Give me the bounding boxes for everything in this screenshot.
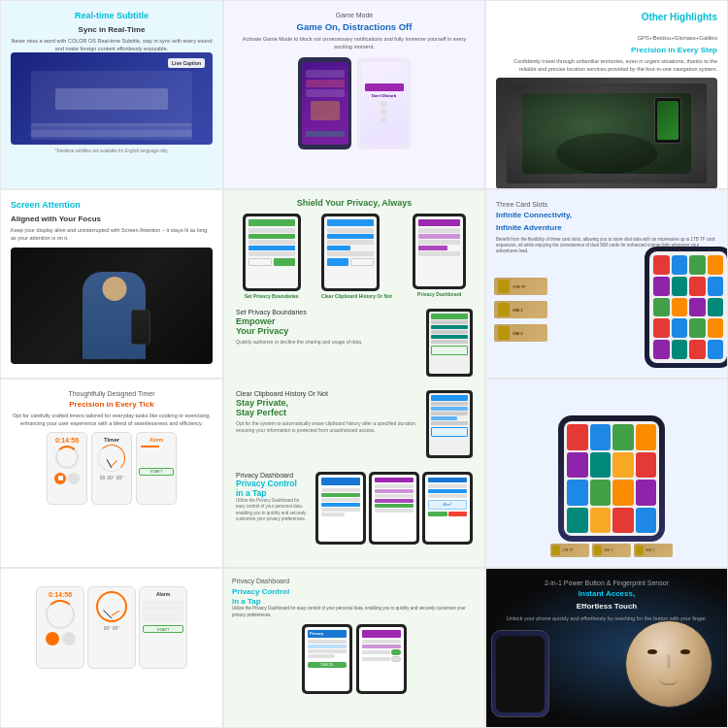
power-button-desc: Unlock your phone quickly and effortless…	[496, 615, 717, 623]
ic-phone-wrapper: 1TB TF SIM 1 SIM 2	[496, 389, 717, 557]
clear-clipboard-phone-screen	[429, 393, 470, 455]
game-phone-1-screen	[302, 62, 348, 145]
three-card-phone-screen	[649, 251, 727, 363]
ic-phone-container: 1TB TF SIM 1 SIM 2	[506, 415, 717, 557]
sim-card-2: SIM 1	[494, 301, 547, 318]
shield-privacy-cell: Shield Your Privacy, Always	[223, 189, 485, 568]
privacy-phone-2	[321, 214, 380, 291]
power-button-content: 2-in-1 Power Button & Fingerprint Sensor…	[496, 579, 717, 623]
pd-phone-1	[315, 472, 366, 545]
privacy-phone-2-screen	[324, 216, 377, 288]
ic-phone-body	[558, 415, 665, 542]
ic-sim-cards: 1TB TF SIM 1 SIM 2	[506, 544, 717, 557]
timer-phone-3-label: Alarm	[149, 437, 163, 443]
sim-text-2: SIM 1	[513, 308, 522, 313]
sim-chip-2	[498, 303, 510, 316]
set-privacy-text: Set Privacy Boundaries Empower Your Priv…	[236, 309, 418, 377]
three-card-slots-cell: Three Card Slots Infinite Connectivity, …	[485, 189, 728, 379]
timer-phone-3-content: START	[139, 445, 174, 476]
timer-bottom-cell: 0:14:56 00° 00° Alarm	[0, 568, 223, 728]
realtime-subtitle-note: *Realtime subtitles are available for En…	[11, 149, 213, 153]
timer-bottom-phone-1: 0:14:56	[36, 586, 84, 669]
sim-cards-container: 1TB TF SIM 1 SIM 2	[494, 276, 547, 344]
ic-sim-1: 1TB TF	[550, 544, 589, 557]
timer-phone-1: 0:14:56	[47, 432, 87, 505]
game-phone-2-screen: Don't Disturb	[361, 62, 408, 145]
timer-bottom-btn-2[interactable]	[62, 632, 76, 645]
left-eye	[647, 649, 657, 654]
timer-bottom-phone-3: Alarm START	[139, 586, 187, 669]
set-privacy-phone-screen	[429, 312, 470, 374]
other-highlights-headline: Precision in Every Step	[496, 46, 717, 55]
fingerprint-phone	[491, 630, 549, 717]
timer-tag: Thoughtfully Designed Timer	[11, 389, 213, 398]
clear-clipboard-phones	[426, 390, 473, 458]
realtime-subtitle-tag: Real-time Subtitle	[11, 11, 213, 22]
timer-bottom-btn-1[interactable]	[46, 632, 59, 645]
timer-bottom-phone-2: 00° 00°	[87, 586, 136, 669]
privacy-bottom-tag: Privacy Dashboard	[232, 577, 477, 585]
timer-bottom-start-btn[interactable]: START	[143, 625, 183, 633]
ic-sim-3: SIM 2	[634, 544, 673, 557]
clear-clipboard-headline: Stay Private, Stay Perfect	[236, 398, 418, 419]
face-recognition-circle	[625, 620, 712, 708]
realtime-subtitle-image: Live Caption	[11, 52, 213, 145]
timer-phone-3: Alarm START	[136, 432, 177, 505]
timer-ctrl-2: 00°	[107, 475, 115, 480]
sim-chip-3	[498, 326, 510, 340]
privacy-phone-1-screen	[246, 216, 298, 288]
realtime-subtitle-headline: Sync in Real-Time	[11, 25, 213, 35]
infinite-connectivity-image-cell: 1TB TF SIM 1 SIM 2	[485, 379, 728, 568]
timer-bottom-display: 0:14:56	[49, 591, 72, 598]
pd-screen-1	[318, 475, 363, 542]
main-grid: Real-time Subtitle Sync in Real-Time Nev…	[0, 0, 728, 728]
privacy-phone-3	[413, 214, 466, 289]
game-mode-phones: Don't Disturb	[234, 57, 475, 149]
timer-phone-3-btn[interactable]: START	[150, 469, 163, 474]
clear-clipboard-text: Clear Clipboard History Or Not Stay Priv…	[236, 390, 418, 458]
timer-controls: 00 00° 00°	[100, 475, 124, 480]
timer-btn-pause[interactable]	[68, 473, 80, 484]
timer-bottom-alarm-label: Alarm	[156, 591, 170, 597]
screen-attention-tag: Screen Attention	[11, 200, 213, 212]
privacy-bottom-phone-2	[356, 624, 407, 694]
privacy-dashboard-desc: Utilize the Privacy Dashboard for easy c…	[236, 498, 310, 522]
set-privacy-tag: Set Privacy Boundaries	[236, 309, 418, 315]
pd-phone-3: Allow?	[422, 472, 473, 545]
timer-cell: Thoughtfully Designed Timer Precision in…	[0, 379, 223, 568]
privacy-dashboard-headline: Privacy Control in a Tap	[236, 479, 310, 498]
set-privacy-label: Set Privacy Boundaries	[243, 293, 301, 299]
timer-desc: Opt for carefully crafted timers tailore…	[11, 413, 213, 427]
timer-phone-2: Timer 00 00° 00°	[91, 432, 132, 505]
timer-buttons-1	[54, 473, 80, 484]
sim-chip-1	[498, 280, 510, 293]
privacy-phone-3-screen	[415, 216, 463, 286]
ic-sim-chip-3	[636, 546, 644, 555]
timer-bottom-alarm-content: START	[143, 599, 183, 633]
gps-tag: GPS+Beidou+Glonass+Galileo	[637, 35, 717, 41]
car-navigation-image	[496, 78, 717, 189]
privacy-bottom-cell: Privacy Dashboard Privacy Control in a T…	[223, 568, 485, 728]
ic-sim-text-2: SIM 1	[604, 548, 612, 552]
other-highlights-cell: Other Highlights GPS+Beidou+Glonass+Gali…	[485, 0, 728, 189]
privacy-dashboard-label: Privacy Dashboard	[413, 291, 466, 297]
timer-bottom-btns	[46, 632, 76, 645]
timer-analog-circle	[98, 445, 125, 472]
three-card-phone-container	[625, 247, 728, 373]
clear-clipboard-phone	[426, 390, 473, 458]
privacy-bottom-desc: Utilize the Privacy Dashboard for easy c…	[232, 606, 477, 618]
timer-ctrl-1: 00	[100, 475, 106, 480]
set-privacy-headline: Empower Your Privacy	[236, 316, 418, 338]
screen-attention-image	[11, 248, 213, 364]
live-caption-badge: Live Caption	[168, 58, 205, 68]
game-mode-headline: Game On, Distractions Off	[234, 21, 475, 33]
game-mode-desc: Activate Game Mode to block out unnecess…	[234, 36, 475, 50]
car-img-inner	[507, 83, 706, 184]
timer-btn-stop[interactable]	[54, 473, 66, 484]
privacy-screens-row: Set Privacy Boundaries	[232, 214, 477, 299]
ic-phone-screen	[564, 421, 659, 536]
timer-clock-label: 00° 00°	[104, 625, 120, 631]
set-privacy-phones	[426, 309, 473, 377]
privacy-dashboard-phones: Allow?	[315, 472, 473, 545]
privacy-bottom-screen-2	[359, 627, 404, 691]
